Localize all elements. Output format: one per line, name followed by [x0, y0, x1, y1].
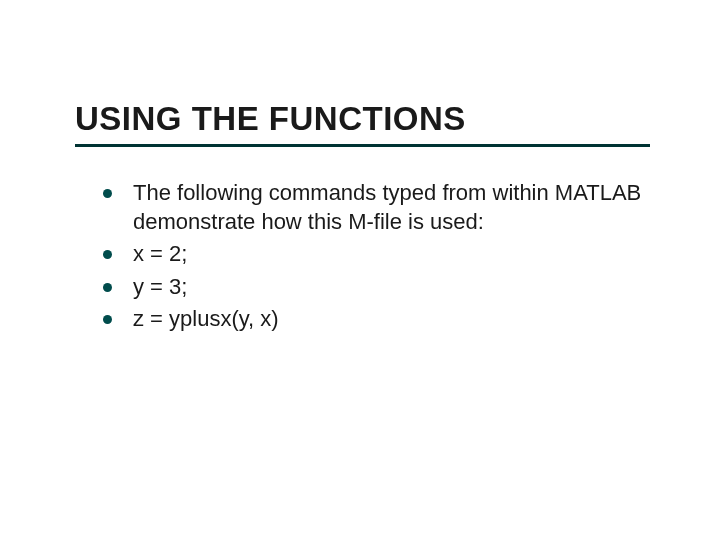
list-item: The following commands typed from within… — [103, 179, 645, 236]
title-underline — [75, 144, 650, 147]
list-item: z = yplusx(y, x) — [103, 305, 645, 334]
bullet-list: The following commands typed from within… — [75, 179, 645, 334]
list-item: y = 3; — [103, 273, 645, 302]
list-item: x = 2; — [103, 240, 645, 269]
slide-container: USING THE FUNCTIONS The following comman… — [0, 0, 720, 540]
slide-title: USING THE FUNCTIONS — [75, 100, 645, 138]
